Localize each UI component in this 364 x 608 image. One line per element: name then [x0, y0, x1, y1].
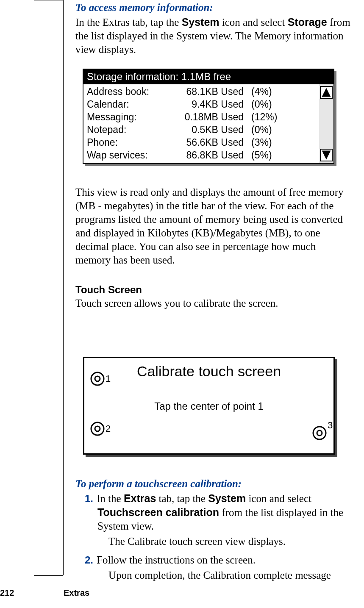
- bold-storage: Storage: [288, 16, 327, 28]
- svg-point-5: [95, 426, 100, 431]
- row-label: Messaging:: [87, 111, 169, 123]
- bold-system: System: [182, 16, 220, 28]
- row-used: 0.18MB Used: [169, 111, 251, 123]
- target-3-label: 3: [328, 420, 333, 431]
- svg-marker-0: [322, 88, 331, 97]
- row-label: Wap services:: [87, 149, 169, 161]
- bold-system: System: [208, 492, 246, 504]
- bold-extras: Extras: [124, 492, 156, 504]
- svg-point-2: [91, 372, 104, 385]
- scroll-down-icon[interactable]: [320, 149, 333, 161]
- svg-point-6: [313, 427, 326, 439]
- scrollbar[interactable]: [319, 84, 333, 163]
- storage-screenshot: Storage information: 1.1MB free Address …: [83, 69, 334, 164]
- bold-touchscreen-calibration: Touchscreen calibration: [97, 506, 219, 518]
- scroll-up-icon[interactable]: [320, 86, 333, 99]
- target-2-icon[interactable]: [90, 422, 105, 436]
- calibrate-screenshot: Calibrate touch screen Tap the center of…: [83, 357, 335, 455]
- svg-point-7: [317, 430, 322, 436]
- row-used: 0.5KB Used: [169, 123, 251, 136]
- row-label: Calendar:: [87, 98, 169, 111]
- page-number: 212: [0, 588, 14, 598]
- row-used: 68.1KB Used: [169, 85, 251, 98]
- row-label: Notepad:: [87, 123, 169, 136]
- target-2-label: 2: [106, 423, 111, 434]
- target-1-label: 1: [106, 373, 111, 384]
- row-pct: (4%): [251, 85, 285, 98]
- section-name: Extras: [64, 588, 89, 598]
- storage-table: Address book: 68.1KB Used (4%) Calendar:…: [83, 84, 319, 163]
- row-used: 9.4KB Used: [169, 98, 251, 111]
- row-pct: (5%): [251, 149, 285, 161]
- margin-rule-bottom: [34, 575, 63, 576]
- step-1: 1.In the Extras tab, tap the System icon…: [85, 491, 347, 548]
- text: Follow the instructions on the screen.: [97, 554, 256, 566]
- margin-rule-vertical: [63, 0, 64, 575]
- row-pct: (0%): [251, 123, 285, 136]
- calibrate-instruction: Tap the center of point 1: [84, 400, 333, 412]
- table-row: Notepad: 0.5KB Used (0%): [87, 123, 319, 136]
- text: In the Extras tab, tap the: [75, 17, 182, 28]
- heading-access-memory: To access memory information:: [75, 2, 213, 13]
- row-pct: (12%): [251, 111, 285, 123]
- table-row: Wap services: 86.8KB Used (5%): [87, 149, 319, 161]
- row-used: 86.8KB Used: [169, 149, 251, 161]
- target-3-icon[interactable]: [312, 426, 327, 440]
- calibrate-title: Calibrate touch screen: [84, 363, 333, 380]
- text: icon and select: [220, 17, 288, 28]
- table-row: Messaging: 0.18MB Used (12%): [87, 111, 319, 123]
- row-used: 56.6KB Used: [169, 136, 251, 149]
- text: icon and select: [246, 493, 311, 504]
- svg-point-3: [95, 376, 100, 381]
- target-1-icon[interactable]: [90, 372, 105, 386]
- row-label: Address book:: [87, 85, 169, 98]
- table-row: Phone: 56.6KB Used (3%): [87, 136, 319, 149]
- heading-touch-screen: Touch Screen: [75, 284, 142, 295]
- margin-rule-top: [34, 0, 63, 0]
- step-2-sub: Upon completion, the Calibration complet…: [85, 569, 347, 582]
- text: tab, tap the: [156, 493, 208, 504]
- row-label: Phone:: [87, 136, 169, 149]
- para-readonly: This view is read only and displays the …: [75, 186, 351, 267]
- storage-title: Storage information: 1.1MB free: [83, 69, 333, 84]
- svg-marker-1: [322, 151, 331, 160]
- row-pct: (3%): [251, 136, 285, 149]
- heading-perform-calibration: To perform a touchscreen calibration:: [75, 478, 242, 489]
- text: In the: [97, 493, 124, 504]
- step-2: 2.Follow the instructions on the screen.…: [85, 553, 347, 582]
- svg-point-4: [91, 422, 104, 435]
- table-row: Address book: 68.1KB Used (4%): [87, 85, 319, 98]
- step-1-sub: The Calibrate touch screen view displays…: [85, 535, 347, 548]
- para-touch-intro: Touch screen allows you to calibrate the…: [75, 297, 351, 310]
- table-row: Calendar: 9.4KB Used (0%): [87, 98, 319, 111]
- para-access-memory: In the Extras tab, tap the System icon a…: [75, 15, 351, 56]
- row-pct: (0%): [251, 98, 285, 111]
- step-number: 2.: [85, 553, 97, 567]
- step-number: 1.: [85, 492, 97, 505]
